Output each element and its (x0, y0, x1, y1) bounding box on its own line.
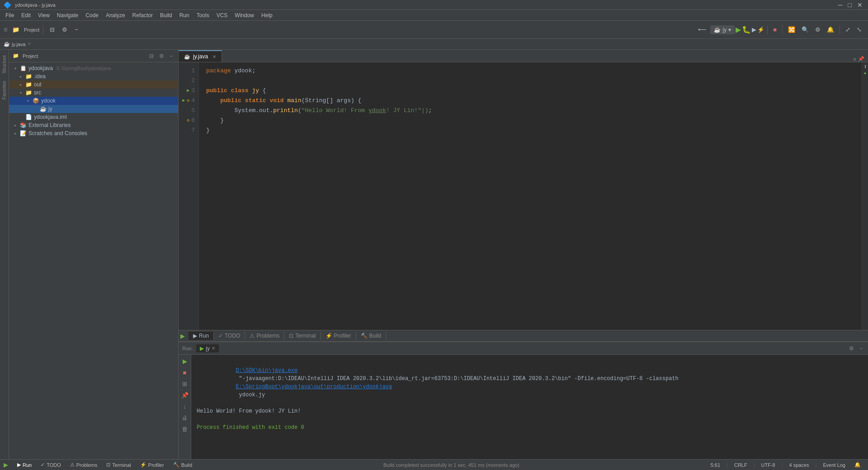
editor-tab-jy[interactable]: ☕ jy.java ✕ (179, 50, 222, 62)
tree-item-ext-libs[interactable]: ▸ 📚 External Libraries (9, 121, 178, 129)
menu-help[interactable]: Help (258, 11, 276, 19)
tree-item-scratches[interactable]: ▸ 📝 Scratches and Consoles (9, 129, 178, 137)
favorites-panel-label[interactable]: Favorites (2, 81, 7, 99)
breadcrumb-tab[interactable]: jy.java (12, 42, 25, 47)
menu-file[interactable]: File (2, 11, 18, 19)
code-editor[interactable]: 1 2 ▶ 3 ▶ ◇ 4 5 ◇ 6 7 (179, 62, 868, 330)
minimize-run-button[interactable]: − (858, 344, 864, 352)
search-everywhere-button[interactable]: 🔍 (799, 24, 811, 35)
ext-libs-icon: 📚 (20, 122, 27, 128)
status-problems-tab[interactable]: ⚠ Problems (66, 462, 101, 468)
code-line-3: public class jy { (206, 86, 854, 96)
classpath-link[interactable]: E:\SpringBoot\ydookjava\out\production\y… (236, 384, 392, 390)
tree-item-idea[interactable]: ▸ 📁 .idea (9, 72, 178, 80)
menu-view[interactable]: View (34, 11, 53, 19)
bottom-tab-terminal[interactable]: ⊡ Terminal (284, 332, 321, 340)
tab-tools-icon[interactable]: ≡ (854, 56, 856, 62)
run-close-button[interactable]: ✕ (212, 346, 215, 351)
minimize-button[interactable]: ─ (836, 1, 844, 9)
structure-panel-label[interactable]: Structure (2, 55, 7, 74)
expand-button[interactable]: ⤢ (843, 24, 853, 35)
gear-icon[interactable]: ⚙ (847, 344, 856, 352)
status-run-tab[interactable]: ▶ Run (14, 462, 35, 468)
debug-gutter-4[interactable]: ◇ (187, 96, 189, 106)
tab-pin-icon[interactable]: 📌 (858, 56, 864, 62)
coverage-button[interactable]: ▶ (752, 26, 756, 33)
maximize-button[interactable]: □ (846, 1, 854, 9)
event-log-button[interactable]: Event Log (819, 462, 849, 468)
menu-build[interactable]: Build (156, 11, 176, 19)
close-button[interactable]: ✕ (855, 1, 864, 9)
run-gutter-4[interactable]: ▶ (182, 96, 185, 106)
menu-navigate[interactable]: Navigate (53, 11, 82, 19)
project-panel: 📁 Project ⊟ ⚙ − ▾ 📋 ydookjava E:\SpringB… (9, 50, 179, 459)
debug-button[interactable]: 🐛 (742, 25, 751, 34)
bottom-run-indicator[interactable]: ▶ (180, 333, 185, 339)
bottom-tab-todo[interactable]: ✓ TODO (214, 332, 245, 340)
line-separator[interactable]: CRLF (731, 462, 751, 468)
notifications-button[interactable]: 🔔 (824, 24, 837, 35)
menu-run[interactable]: Run (176, 11, 193, 19)
minimize-tool-button[interactable]: − (72, 24, 81, 35)
tree-item-iml[interactable]: 📄 ydookjava.iml (9, 113, 178, 121)
print-button[interactable]: 🖨 (180, 413, 189, 423)
debug-gutter-6[interactable]: ◇ (187, 116, 189, 126)
tree-item-ydook[interactable]: ▾ 📦 ydook (9, 97, 178, 105)
git-button[interactable]: 🔀 (785, 24, 798, 35)
status-todo-tab[interactable]: ✓ TODO (37, 462, 65, 468)
run-config-selector[interactable]: ☕ jy ▾ (710, 25, 735, 34)
menu-code[interactable]: Code (82, 11, 102, 19)
collapse-all-button[interactable]: ⊟ (147, 52, 156, 60)
previous-run-button[interactable]: ⟵ (695, 24, 709, 35)
tab-filename: jy.java (193, 53, 208, 60)
restore-layout-button[interactable]: ⊞ (181, 379, 189, 389)
compact-button[interactable]: ⤡ (854, 24, 864, 35)
encoding[interactable]: UTF-8 (758, 462, 779, 468)
menu-analyze[interactable]: Analyze (102, 11, 129, 19)
stop-run-button[interactable]: ■ (182, 368, 188, 377)
bottom-tab-problems[interactable]: ⚠ Problems (245, 332, 284, 340)
project-label[interactable]: Project (24, 27, 39, 33)
status-profiler-tab[interactable]: ⚡ Profiler (137, 462, 168, 468)
settings-main-button[interactable]: ⚙ (812, 24, 823, 35)
toolbar-separator-1 (43, 25, 43, 34)
stop-button[interactable]: ■ (770, 24, 779, 35)
project-view-button[interactable]: 📁 (9, 24, 22, 35)
settings-button[interactable]: ⚙ (59, 24, 70, 35)
menu-vcs[interactable]: VCS (213, 11, 231, 19)
pin-tab-button[interactable]: 📌 (180, 390, 190, 400)
title-bar-left: 🔷 ydookjava - jy.java (4, 1, 56, 9)
run-tab-active[interactable]: ▶ jy ✕ (196, 344, 219, 352)
profile-button[interactable]: ⚡ (757, 26, 764, 33)
indent-info[interactable]: 4 spaces (786, 462, 813, 468)
sidebar-menu-icon[interactable]: ☰ (4, 27, 8, 32)
clear-button[interactable]: 🗑 (180, 424, 189, 434)
status-terminal-tab[interactable]: ⊡ Terminal (103, 462, 135, 468)
menu-window[interactable]: Window (231, 11, 258, 19)
java-exe-link[interactable]: D:\SDK\bin\java.exe (236, 367, 297, 374)
close-panel-button[interactable]: − (168, 52, 175, 60)
tree-item-root[interactable]: ▾ 📋 ydookjava E:\SpringBoot\ydookjava (9, 64, 178, 72)
bottom-tab-build[interactable]: 🔨 Build (356, 332, 387, 340)
tree-item-src[interactable]: ▾ 📁 src (9, 89, 178, 97)
title-bar-controls[interactable]: ─ □ ✕ (836, 1, 864, 9)
structure-button[interactable]: ⊟ (47, 24, 57, 35)
bottom-tab-run[interactable]: ▶ Run (189, 332, 214, 340)
tree-item-out[interactable]: ▸ 📁 out (9, 80, 178, 89)
rerun-button[interactable]: ▶ (181, 357, 189, 366)
run-gutter-3[interactable]: ▶ (187, 86, 189, 96)
menu-edit[interactable]: Edit (18, 11, 34, 19)
configure-button[interactable]: ⚙ (157, 52, 166, 60)
bottom-tab-profiler[interactable]: ⚡ Profiler (321, 332, 356, 340)
status-run-button[interactable]: ▶ (4, 461, 8, 468)
menu-tools[interactable]: Tools (193, 11, 213, 19)
tree-item-jy[interactable]: ☕ jy (9, 105, 178, 113)
code-content[interactable]: package ydook; public class jy { public … (199, 62, 862, 330)
notifications-icon[interactable]: 🔔 (851, 462, 864, 468)
menu-refactor[interactable]: Refactor (129, 11, 156, 19)
cursor-position[interactable]: 5:61 (707, 462, 724, 468)
status-build-tab[interactable]: 🔨 Build (170, 462, 196, 468)
tab-close-button[interactable]: ✕ (212, 54, 216, 59)
scroll-end-button[interactable]: ↓ (182, 402, 188, 411)
run-button[interactable]: ▶ (736, 25, 741, 34)
